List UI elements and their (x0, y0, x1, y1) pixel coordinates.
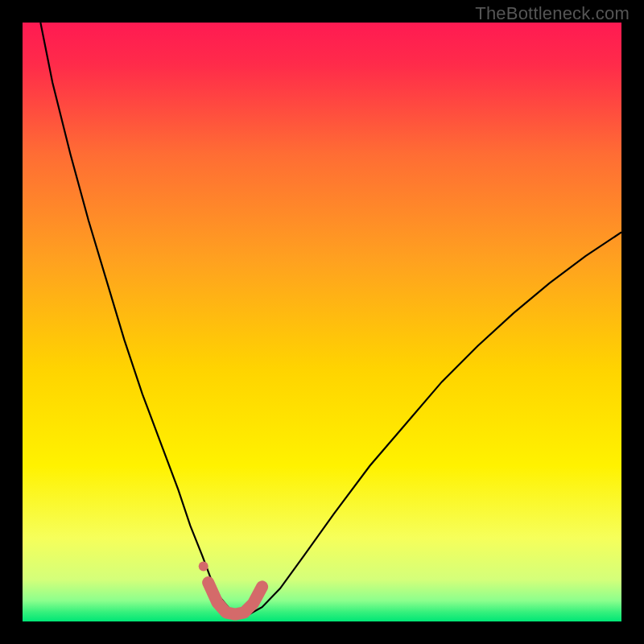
chart-frame: TheBottleneck.com (0, 0, 644, 644)
watermark-text: TheBottleneck.com (475, 3, 630, 24)
highlight-dot (199, 562, 208, 572)
bottleneck-plot (23, 23, 621, 621)
